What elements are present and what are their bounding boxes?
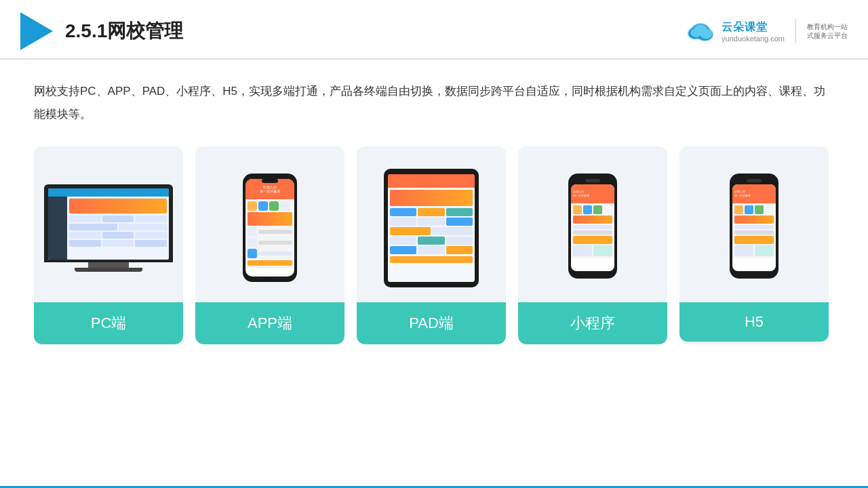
card-pad-image — [357, 146, 506, 302]
card-pc-label: PC端 — [34, 302, 183, 344]
brand-logo: 云朵课堂 yunduoketang.com 教育机构一站 式服务云平台 — [684, 19, 848, 43]
description-text: 网校支持PC、APP、PAD、小程序、H5，实现多端打通，产品各终端自由切换，数… — [34, 80, 834, 126]
pc-mockup — [44, 184, 173, 272]
card-h5-label: H5 — [679, 302, 829, 342]
brand-tagline2: 式服务云平台 — [807, 31, 848, 40]
header: 2.5.1网校管理 云朵课堂 yunduoketang.com 教育机 — [0, 0, 868, 60]
header-right: 云朵课堂 yunduoketang.com 教育机构一站 式服务云平台 — [684, 19, 848, 43]
card-app-image: 职通人的第一堂共赢课 — [195, 146, 344, 302]
page-title: 2.5.1网校管理 — [65, 18, 183, 44]
cloud-icon — [684, 19, 717, 43]
card-pc-image — [34, 146, 183, 302]
card-miniapp-image: 职通人的第一堂共赢课 — [518, 146, 667, 302]
ipad-mockup — [384, 169, 479, 287]
brand-url: yunduoketang.com — [722, 35, 785, 43]
cards-container: PC端 职通人的第一堂共赢课 — [34, 146, 834, 344]
content-area: 网校支持PC、APP、PAD、小程序、H5，实现多端打通，产品各终端自由切换，数… — [0, 60, 868, 358]
card-pad-label: PAD端 — [357, 302, 506, 344]
phone-sm-mockup-mini: 职通人的第一堂共赢课 — [568, 174, 617, 282]
brand-tagline-block: 教育机构一站 式服务云平台 — [807, 22, 848, 40]
brand-tagline: 教育机构一站 — [807, 22, 848, 31]
logo-triangle-icon — [20, 12, 53, 50]
svg-point-8 — [700, 29, 712, 39]
card-pad: PAD端 — [357, 146, 506, 344]
card-h5: 职通人的第一堂共赢课 — [679, 146, 829, 344]
phone-sm-mockup-h5: 职通人的第一堂共赢课 — [730, 174, 778, 282]
card-miniapp-label: 小程序 — [518, 302, 667, 344]
card-app: 职通人的第一堂共赢课 — [195, 146, 344, 344]
brand-text-block: 云朵课堂 yunduoketang.com — [722, 20, 785, 43]
card-pc: PC端 — [34, 146, 183, 344]
card-miniapp: 职通人的第一堂共赢课 — [518, 146, 667, 344]
header-left: 2.5.1网校管理 — [20, 12, 183, 50]
card-app-label: APP端 — [195, 302, 344, 344]
header-divider — [795, 19, 796, 43]
brand-name: 云朵课堂 — [722, 20, 768, 35]
card-h5-image: 职通人的第一堂共赢课 — [679, 146, 829, 302]
svg-point-7 — [690, 28, 701, 37]
phone-mockup-app: 职通人的第一堂共赢课 — [240, 174, 300, 282]
